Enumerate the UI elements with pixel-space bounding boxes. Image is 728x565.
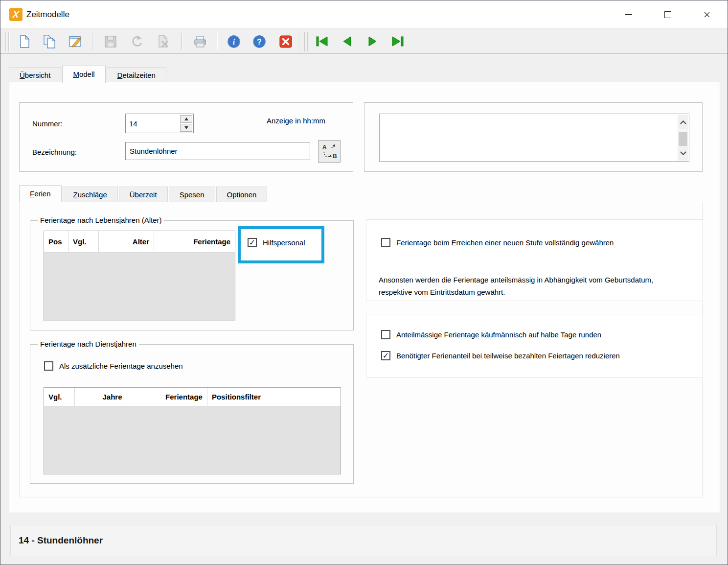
- new-document-icon: [17, 34, 32, 49]
- nummer-input[interactable]: [126, 114, 180, 133]
- copy-icon: [42, 34, 57, 49]
- service-col-vgl: Vgl.: [44, 388, 75, 406]
- info-icon: i: [227, 34, 241, 49]
- svg-text:A: A: [322, 144, 327, 151]
- scroll-up-button[interactable]: [678, 115, 688, 129]
- subtab-zuschlaege[interactable]: Zuschläge: [63, 187, 118, 202]
- notes-textarea[interactable]: [380, 115, 678, 161]
- zusatz-checkbox[interactable]: [44, 361, 53, 371]
- service-col-positionsfilter: Positionsfilter: [207, 388, 341, 406]
- form-groupbox: Nummer: Anzeige in hh:mm Bezeichnung: A …: [19, 102, 353, 172]
- nav-last-button[interactable]: [389, 33, 407, 50]
- app-icon: X: [9, 8, 23, 21]
- info-button[interactable]: i: [225, 33, 243, 50]
- tab-detailzeiten[interactable]: Detailzeiten: [107, 67, 166, 82]
- round-checkbox-label: Anteilmässige Ferientage käufmännisch au…: [396, 330, 601, 339]
- tab-uebersicht[interactable]: Übersicht: [9, 67, 61, 82]
- stufe-panel: Ferientage beim Erreichen einer neuen St…: [366, 219, 703, 301]
- a-to-b-icon: A B: [320, 142, 339, 161]
- nav-prev-button[interactable]: [339, 33, 356, 50]
- bezeichnung-label: Bezeichnung:: [32, 148, 77, 156]
- modell-tab-page: Nummer: Anzeige in hh:mm Bezeichnung: A …: [9, 82, 720, 513]
- nummer-spin-up[interactable]: [180, 115, 192, 123]
- help-button[interactable]: ?: [250, 33, 268, 50]
- spin-up-icon: [184, 118, 188, 120]
- chevron-down-icon: [680, 149, 686, 155]
- age-table: Pos Vgl. Alter Ferientage: [44, 231, 235, 321]
- notes-groupbox: [364, 102, 703, 172]
- toolbar-gripper[interactable]: [307, 32, 308, 51]
- service-table-body[interactable]: [44, 406, 341, 474]
- age-table-body[interactable]: [44, 253, 235, 321]
- tab-modell[interactable]: Modell: [62, 66, 105, 83]
- svg-text:B: B: [333, 153, 337, 160]
- hilfspersonal-checkbox[interactable]: [248, 238, 257, 247]
- reduce-checkbox[interactable]: [381, 351, 390, 360]
- age-col-alter: Alter: [99, 231, 154, 252]
- window-title: Zeitmodelle: [26, 0, 69, 28]
- rounding-panel: Anteilmässige Ferientage käufmännisch au…: [366, 314, 703, 377]
- copy-button[interactable]: [41, 33, 58, 50]
- toolbar-gripper[interactable]: [304, 32, 305, 51]
- svg-text:?: ?: [257, 38, 262, 46]
- nav-prev-icon: [340, 34, 355, 49]
- nummer-spin-down[interactable]: [180, 124, 192, 132]
- age-col-vgl: Vgl.: [68, 231, 99, 252]
- anzeige-label: Anzeige in hh:mm: [267, 117, 325, 125]
- subtab-spesen[interactable]: Spesen: [169, 187, 215, 202]
- toolbar-gripper[interactable]: [8, 32, 9, 51]
- delete-button[interactable]: [155, 33, 172, 50]
- subtab-ueberzeit[interactable]: Überzeit: [119, 187, 168, 202]
- minimize-icon: [625, 14, 632, 15]
- stufe-checkbox[interactable]: [381, 238, 390, 247]
- service-table: Vgl. Jahre Ferientage Positionsfilter: [44, 387, 341, 474]
- toolbar-gripper[interactable]: [5, 32, 6, 51]
- save-button[interactable]: [102, 33, 119, 50]
- app-icon-letter: X: [12, 9, 20, 20]
- bezeichnung-input[interactable]: [125, 142, 310, 160]
- nav-first-button[interactable]: [313, 33, 331, 50]
- toolbar-separator: [217, 33, 217, 50]
- zeitmodelle-window: X Zeitmodelle: [0, 0, 728, 565]
- reduce-checkbox-label: Benötigter Ferienanteil bei teilweise be…: [396, 352, 620, 360]
- service-groupbox: Ferientage nach Dienstjahren Als zusätzl…: [30, 344, 354, 484]
- close-form-button[interactable]: [277, 33, 295, 50]
- nav-next-button[interactable]: [364, 33, 381, 50]
- discard-icon: [129, 34, 144, 49]
- toolbar-separator: [182, 33, 182, 50]
- age-groupbox-title: Ferientage nach Lebensjahren (Alter): [38, 216, 164, 225]
- hilfspersonal-highlight: Hilfspersonal: [238, 226, 324, 263]
- chevron-up-icon: [680, 120, 686, 126]
- stufe-checkbox-label: Ferientage beim Erreichen einer neuen St…: [396, 238, 614, 247]
- subtab-optionen[interactable]: Optionen: [216, 187, 268, 202]
- nav-next-icon: [365, 34, 380, 49]
- minimize-button[interactable]: [617, 0, 639, 28]
- round-checkbox[interactable]: [381, 330, 390, 339]
- stufe-note: Ansonsten werden die Ferientage anteilsm…: [379, 274, 672, 298]
- spin-down-icon: [184, 126, 188, 129]
- statusbar: 14 - Stundenlöhner: [10, 525, 717, 556]
- scrollbar-thumb[interactable]: [679, 132, 687, 147]
- toolbar-separator: [92, 33, 92, 50]
- notes-field: [379, 114, 689, 162]
- edit-button[interactable]: [66, 33, 84, 50]
- notes-scrollbar[interactable]: [678, 115, 688, 161]
- nav-first-icon: [315, 34, 329, 49]
- discard-button[interactable]: [128, 33, 145, 50]
- maximize-icon: [664, 11, 671, 18]
- nav-last-icon: [390, 34, 405, 49]
- close-button[interactable]: [696, 0, 718, 28]
- service-col-jahre: Jahre: [75, 388, 127, 406]
- new-button[interactable]: [16, 33, 33, 50]
- main-tabstrip: Übersicht Modell Detailzeiten: [9, 66, 167, 82]
- maximize-button[interactable]: [657, 0, 679, 28]
- rename-button[interactable]: A B: [318, 140, 341, 163]
- delete-icon: [156, 34, 171, 49]
- ferien-tab-page: Ferientage nach Lebensjahren (Alter) Pos…: [19, 202, 703, 497]
- titlebar: X Zeitmodelle: [0, 0, 728, 28]
- print-button[interactable]: [191, 33, 209, 50]
- subtab-ferien[interactable]: Ferien: [19, 185, 62, 202]
- print-icon: [193, 34, 207, 49]
- scroll-down-button[interactable]: [678, 146, 688, 161]
- age-col-ferientage: Ferientage: [154, 231, 235, 252]
